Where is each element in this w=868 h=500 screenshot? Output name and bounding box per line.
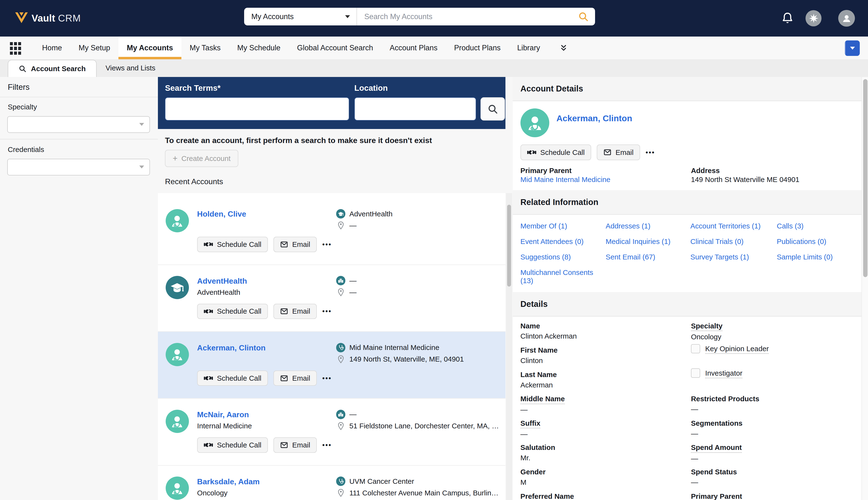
location-pin-icon: [336, 354, 346, 364]
create-button[interactable]: + Create: [845, 41, 860, 56]
search-terms-input[interactable]: [165, 97, 349, 121]
create-dropdown-toggle[interactable]: [845, 47, 860, 49]
nav-item-account-plans[interactable]: Account Plans: [381, 36, 446, 59]
email-button[interactable]: Email: [274, 304, 317, 319]
related-link-member-of[interactable]: Member Of (1): [521, 222, 606, 230]
related-links-grid: Member Of (1) Addresses (1) Account Terr…: [521, 222, 853, 285]
account-subtitle: AdventHealth: [197, 288, 240, 296]
topbar-icons: [781, 0, 855, 36]
notifications-bell-icon[interactable]: [781, 11, 794, 25]
tab-views-and-lists[interactable]: Views and Lists: [97, 59, 164, 77]
more-actions-button[interactable]: •••: [322, 307, 332, 315]
field-label: First Name: [521, 346, 558, 354]
doctor-avatar: [521, 109, 549, 137]
key-opinion-leader-checkbox[interactable]: [691, 344, 700, 353]
account-name-link[interactable]: Barksdale, Adam: [197, 477, 260, 486]
related-link-event-attendees[interactable]: Event Attendees (0): [521, 237, 606, 246]
more-actions-button[interactable]: •••: [322, 441, 332, 449]
search-scope-select[interactable]: My Accounts: [244, 12, 356, 21]
handshake-icon: [527, 149, 536, 156]
related-link-multichannel-consents[interactable]: Multichannel Consents (13): [521, 269, 604, 285]
account-name-link[interactable]: Ackerman, Clinton: [197, 343, 266, 352]
field-gender: Gender M: [521, 466, 691, 491]
specialty-filter-select[interactable]: [7, 116, 150, 133]
tab-account-search[interactable]: Account Search: [8, 60, 97, 78]
related-link-survey-targets[interactable]: Survey Targets (1): [690, 253, 777, 261]
schedule-call-button[interactable]: Schedule Call: [197, 371, 268, 386]
more-actions-button[interactable]: •••: [646, 149, 655, 156]
related-link-calls[interactable]: Calls (3): [777, 222, 853, 230]
field-label[interactable]: Investigator: [705, 369, 743, 378]
nav-item-my-setup[interactable]: My Setup: [70, 36, 119, 59]
field-label[interactable]: Middle Name: [521, 395, 565, 404]
email-button[interactable]: Email: [274, 371, 317, 386]
account-name-link[interactable]: Holden, Clive: [197, 209, 246, 218]
field-label[interactable]: Spend Amount: [691, 443, 742, 453]
search-icon: [488, 104, 498, 114]
nav-item-my-schedule[interactable]: My Schedule: [229, 36, 289, 59]
create-hint-area: To create an account, first perform a se…: [158, 129, 506, 193]
field-segmentations: Segmentations —: [691, 418, 854, 442]
account-row[interactable]: McNair, Aaron Internal Medicine — 51 Fie…: [158, 398, 506, 465]
account-row[interactable]: AdventHealth AdventHealth — — Schedule C…: [158, 264, 506, 331]
nav-item-my-tasks[interactable]: My Tasks: [181, 36, 229, 59]
nav-overflow-chevron-icon[interactable]: [559, 36, 568, 59]
search-terms-label: Search Terms*: [165, 83, 221, 93]
account-name-link[interactable]: McNair, Aaron: [197, 410, 249, 419]
account-subtitle: Oncology: [197, 489, 227, 497]
list-scrollbar-thumb[interactable]: [507, 205, 511, 286]
location-input[interactable]: [354, 97, 476, 121]
related-link-sent-email[interactable]: Sent Email (67): [606, 253, 690, 261]
divider: [0, 139, 158, 139]
run-search-button[interactable]: [480, 97, 505, 121]
email-button[interactable]: Email: [274, 437, 317, 453]
field-label: Segmentations: [691, 419, 743, 428]
nav-item-home[interactable]: Home: [34, 36, 70, 59]
related-link-clinical-trials[interactable]: Clinical Trials (0): [690, 237, 777, 246]
page-scrollbar-thumb[interactable]: [863, 79, 868, 277]
email-button[interactable]: Email: [597, 145, 640, 160]
email-button[interactable]: Email: [274, 237, 317, 252]
investigator-checkbox[interactable]: [691, 368, 700, 377]
schedule-call-button[interactable]: Schedule Call: [521, 145, 591, 160]
more-actions-button[interactable]: •••: [322, 241, 332, 248]
search-icon[interactable]: [578, 11, 589, 22]
related-link-account-territories[interactable]: Account Territories (1): [690, 222, 777, 230]
page-scrollbar[interactable]: [861, 77, 868, 500]
schedule-call-button[interactable]: Schedule Call: [197, 304, 268, 319]
institution-avatar: [166, 276, 189, 299]
field-value: M: [521, 478, 691, 487]
list-scrollbar[interactable]: [506, 193, 512, 500]
field-label[interactable]: Specialty: [691, 322, 722, 331]
field-value: Oncology: [691, 333, 854, 341]
schedule-call-button[interactable]: Schedule Call: [197, 437, 268, 453]
related-link-addresses[interactable]: Addresses (1): [606, 222, 690, 230]
field-label[interactable]: Key Opinion Leader: [705, 345, 769, 354]
app-launcher-icon[interactable]: [10, 42, 21, 55]
detail-account-name-link[interactable]: Ackerman, Clinton: [556, 114, 632, 123]
schedule-call-label: Schedule Call: [217, 240, 261, 249]
nav-item-library[interactable]: Library: [509, 36, 548, 59]
schedule-call-button[interactable]: Schedule Call: [197, 237, 268, 252]
topbar: Vault CRM My Accounts: [0, 0, 868, 36]
create-account-button[interactable]: + Create Account: [165, 150, 238, 167]
field-label[interactable]: Suffix: [521, 419, 541, 428]
related-link-publications[interactable]: Publications (0): [777, 237, 853, 246]
user-avatar[interactable]: [838, 10, 855, 27]
sparkle-assistant-button[interactable]: [805, 10, 822, 26]
related-link-suggestions[interactable]: Suggestions (8): [521, 253, 606, 261]
more-actions-button[interactable]: •••: [322, 374, 332, 382]
nav-item-global-account-search[interactable]: Global Account Search: [289, 36, 381, 59]
global-search-input[interactable]: [357, 12, 578, 21]
nav-item-product-plans[interactable]: Product Plans: [446, 36, 509, 59]
account-row-selected[interactable]: Ackerman, Clinton Mid Maine Internal Med…: [158, 331, 506, 398]
primary-parent-link[interactable]: Mid Maine Internal Medicine: [521, 175, 610, 184]
related-link-sample-limits[interactable]: Sample Limits (0): [777, 253, 853, 261]
address-value: 149 North St Waterville ME 04901: [691, 175, 800, 184]
nav-item-my-accounts[interactable]: My Accounts: [119, 36, 181, 59]
account-row[interactable]: Barksdale, Adam Oncology UVM Cancer Cent…: [158, 465, 506, 500]
account-row[interactable]: Holden, Clive AdventHealth — Schedule Ca…: [158, 198, 506, 264]
account-name-link[interactable]: AdventHealth: [197, 277, 247, 286]
related-link-medical-inquiries[interactable]: Medical Inquiries (1): [606, 237, 690, 246]
credentials-filter-select[interactable]: [7, 159, 150, 175]
